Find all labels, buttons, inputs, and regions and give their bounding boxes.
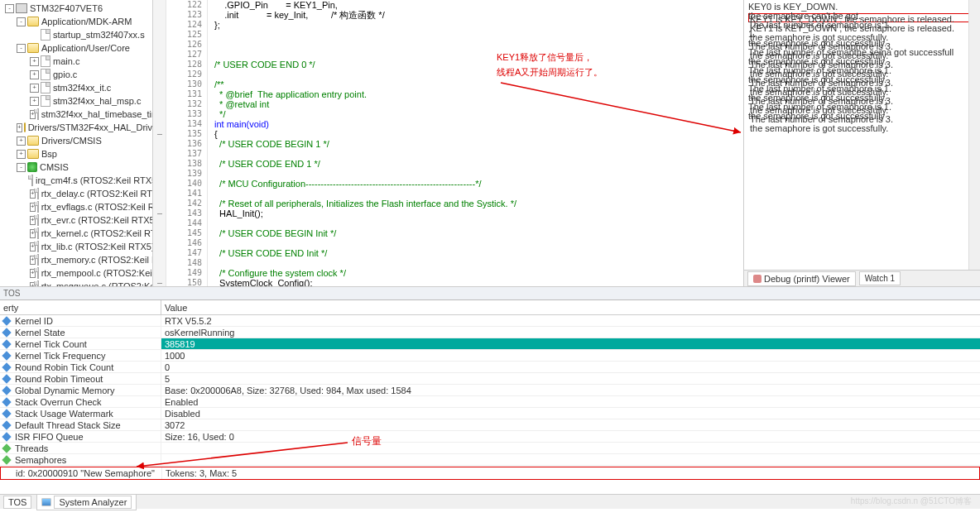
property-key: Threads — [15, 443, 48, 454]
tab-rtos[interactable]: TOS — [3, 496, 31, 509]
tree-item-label: gpio.c — [53, 69, 77, 80]
chip-icon — [16, 3, 27, 13]
property-row[interactable]: ISR FIFO QueueSize: 16, Used: 0 — [0, 431, 980, 443]
property-row[interactable]: Kernel StateosKernelRunning — [0, 327, 980, 338]
tree-item[interactable]: +stm32f4xx_hal_msp.c — [0, 94, 152, 108]
property-row[interactable]: Threads — [0, 443, 980, 454]
tree-item-label: rtx_evflags.c (RTOS2:Keil RTX5) — [41, 201, 153, 213]
property-value: Disabled — [161, 408, 980, 419]
cmsis-icon — [27, 162, 37, 172]
property-row[interactable]: Round Robin Timeout5 — [0, 373, 980, 385]
tree-item-label: STM32F407VET6 — [30, 2, 103, 14]
annotation-semaphore: 信号量 — [352, 434, 382, 448]
tree-item-label: Drivers/CMSIS — [41, 135, 102, 146]
property-row[interactable]: Semaphores — [0, 454, 980, 466]
debug-output-pane: KEY0 is KEY_DOWN.the semaphore can't be … — [743, 0, 980, 286]
property-key: Round Robin Tick Count — [15, 362, 113, 373]
diamond-icon — [2, 386, 11, 395]
tree-item[interactable]: startup_stm32f407xx.s — [0, 28, 152, 41]
property-row[interactable]: Kernel Tick Frequency1000 — [0, 350, 980, 362]
file-icon — [37, 201, 39, 213]
tree-item[interactable]: +Bsp — [0, 147, 152, 160]
tree-item[interactable]: +stm32f4xx_it.c — [0, 81, 152, 94]
file-icon — [37, 188, 39, 199]
tree-item[interactable]: +rtx_delay.c (RTOS2:Keil RTX5) — [0, 187, 152, 200]
tree-item-label: rtx_lib.c (RTOS2:Keil RTX5) — [41, 241, 153, 252]
tree-item-label: rtx_msgqueue.c (RTOS2:Keil RT — [41, 280, 153, 286]
tree-item-label: stm32f4xx_hal_timebase_tim.c — [41, 108, 153, 120]
folder-icon — [27, 43, 39, 53]
property-key: Semaphores — [15, 454, 66, 466]
diamond-icon — [2, 409, 11, 418]
property-row[interactable]: Global Dynamic MemoryBase: 0x200006A8, S… — [0, 385, 980, 396]
tree-item[interactable]: +gpio.c — [0, 68, 152, 81]
tree-item-label: rtx_evr.c (RTOS2:Keil RTX5) — [41, 214, 153, 226]
tab-system-analyzer[interactable]: System Analyzer — [36, 494, 137, 510]
annotation-top: KEY1释放了信号量后， 线程A又开始周期运行了。 — [497, 50, 603, 79]
property-row[interactable]: Stack Overrun CheckEnabled — [0, 396, 980, 408]
tree-item-label: Application/MDK-ARM — [41, 16, 132, 27]
watermark: https://blog.csdn.n @51CTO博客 — [851, 496, 972, 507]
tree-item[interactable]: +rtx_lib.c (RTOS2:Keil RTX5) — [0, 240, 152, 253]
property-value: Size: 16, Used: 0 — [161, 431, 980, 442]
property-key: Global Dynamic Memory — [15, 385, 114, 396]
property-header: ertyValue — [0, 300, 980, 315]
tree-item[interactable]: -Application/MDK-ARM — [0, 15, 152, 28]
diamond-icon — [2, 339, 11, 348]
property-row[interactable]: Kernel IDRTX V5.5.2 — [0, 315, 980, 327]
property-value: 0 — [161, 362, 980, 372]
tree-item-label: rtx_delay.c (RTOS2:Keil RTX5) — [41, 188, 153, 199]
tree-item-label: Drivers/STM32F4xx_HAL_Driver — [28, 122, 153, 133]
tree-item[interactable]: +rtx_evr.c (RTOS2:Keil RTX5) — [0, 213, 152, 227]
tree-item[interactable]: +Drivers/STM32F4xx_HAL_Driver — [0, 121, 152, 134]
diamond-icon — [2, 443, 11, 453]
tree-item[interactable]: -STM32F407VET6 — [0, 2, 152, 15]
scrollbar-v[interactable] — [968, 0, 980, 270]
code-editor[interactable]: 1221231241251261271281291301311321331341… — [153, 0, 743, 286]
tree-item[interactable]: +Drivers/CMSIS — [0, 134, 152, 147]
property-value: 385819 — [161, 338, 980, 349]
project-tree[interactable]: -STM32F407VET6-Application/MDK-ARMstartu… — [0, 0, 153, 286]
tree-item-label: rtx_memory.c (RTOS2:Keil RTX5) — [41, 254, 153, 266]
semaphore-row[interactable]: id: 0x20000910 "New Semaphore" Tokens: 3… — [0, 467, 980, 480]
property-key: Stack Usage Watermark — [15, 408, 113, 419]
tab-debug-printf[interactable]: Debug (printf) Viewer — [747, 271, 856, 286]
file-icon — [37, 108, 39, 120]
folder-icon — [27, 17, 39, 26]
property-row[interactable]: Kernel Tick Count385819 — [0, 338, 980, 350]
property-key: Stack Overrun Check — [15, 396, 102, 408]
tab-watch1[interactable]: Watch 1 — [859, 271, 901, 285]
property-row[interactable]: Default Thread Stack Size3072 — [0, 419, 980, 431]
tree-item[interactable]: +rtx_kernel.c (RTOS2:Keil RTX5) — [0, 227, 152, 240]
tree-item-label: Application/User/Core — [41, 42, 130, 54]
tree-item[interactable]: +rtx_msgqueue.c (RTOS2:Keil RT — [0, 280, 152, 286]
tree-item[interactable]: +rtx_mempool.c (RTOS2:Keil RTX — [0, 266, 152, 280]
tree-item[interactable]: +main.c — [0, 55, 152, 68]
tree-item[interactable]: +rtx_memory.c (RTOS2:Keil RTX5) — [0, 253, 152, 266]
property-key: Kernel Tick Count — [15, 338, 87, 350]
diamond-icon — [2, 316, 11, 325]
diamond-icon — [2, 362, 11, 371]
tree-item-label: irq_cm4f.s (RTOS2:Keil RTX5) — [36, 175, 153, 186]
property-value: 1000 — [161, 350, 980, 361]
property-value: Base: 0x200006A8, Size: 32768, Used: 984… — [161, 385, 980, 395]
diamond-icon — [2, 455, 11, 464]
tree-item[interactable]: -Application/User/Core — [0, 41, 152, 55]
file-icon — [41, 55, 50, 67]
property-value: 3072 — [161, 419, 980, 430]
property-value — [161, 454, 980, 465]
property-row[interactable]: Stack Usage WatermarkDisabled — [0, 408, 980, 419]
tree-item-label: Bsp — [41, 148, 57, 160]
tree-item[interactable]: +rtx_evflags.c (RTOS2:Keil RTX5) — [0, 200, 152, 213]
property-row[interactable]: Round Robin Tick Count0 — [0, 362, 980, 373]
tree-item-label: main.c — [53, 55, 79, 67]
tree-item[interactable]: irq_cm4f.s (RTOS2:Keil RTX5) — [0, 174, 152, 187]
file-icon — [37, 228, 39, 239]
diamond-icon — [2, 328, 11, 337]
folder-icon — [27, 149, 39, 159]
tree-item-label: stm32f4xx_hal_msp.c — [53, 95, 141, 107]
file-icon — [41, 69, 50, 80]
tree-item-label: stm32f4xx_it.c — [53, 82, 111, 93]
tree-item[interactable]: -CMSIS — [0, 160, 152, 174]
tree-item[interactable]: +stm32f4xx_hal_timebase_tim.c — [0, 108, 152, 121]
